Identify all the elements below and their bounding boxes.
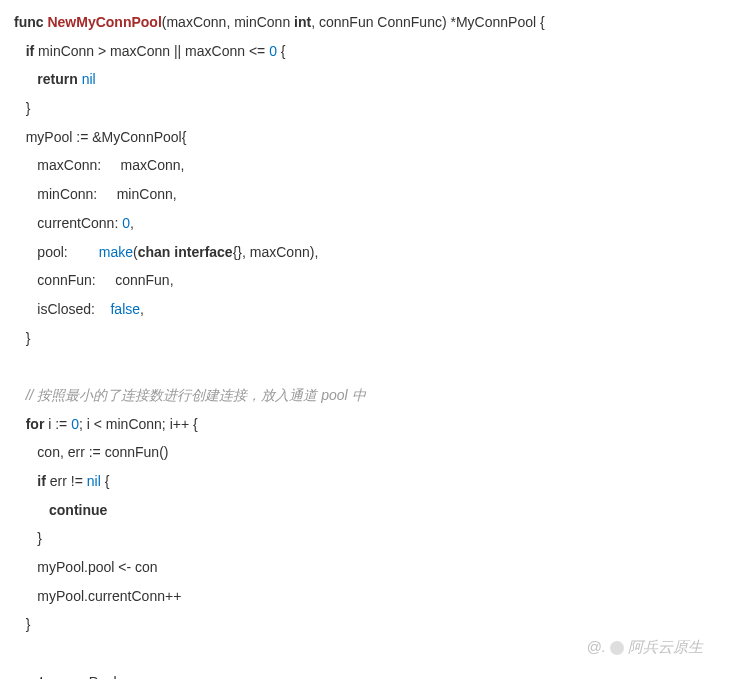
code-line bbox=[14, 352, 719, 381]
code-token: myPool.currentConn++ bbox=[37, 588, 181, 604]
code-token: for bbox=[26, 416, 45, 432]
code-token: NewMyConnPool bbox=[47, 14, 161, 30]
code-line: minConn: minConn, bbox=[14, 180, 719, 209]
code-line: currentConn: 0, bbox=[14, 209, 719, 238]
code-token: (maxConn, minConn bbox=[162, 14, 294, 30]
code-token bbox=[14, 645, 18, 661]
code-token: myPool := &MyConnPool{ bbox=[26, 129, 187, 145]
code-token: { bbox=[101, 473, 110, 489]
watermark: @. 阿兵云原生 bbox=[587, 632, 703, 663]
code-token: make bbox=[99, 244, 133, 260]
code-line: return nil bbox=[14, 65, 719, 94]
code-token: , connFun ConnFunc) *MyConnPool { bbox=[311, 14, 544, 30]
code-line: if minConn > maxConn || maxConn <= 0 { bbox=[14, 37, 719, 66]
code-token: pool: bbox=[37, 244, 98, 260]
code-token: continue bbox=[49, 502, 107, 518]
code-token: connFun: connFun, bbox=[37, 272, 173, 288]
code-token: // 按照最小的了连接数进行创建连接，放入通道 pool 中 bbox=[26, 387, 366, 403]
code-token: nil bbox=[82, 71, 96, 87]
code-token: myPool.pool <- con bbox=[37, 559, 157, 575]
code-token: {}, maxConn), bbox=[233, 244, 319, 260]
watermark-text: 阿兵云原生 bbox=[628, 632, 703, 663]
code-token: { bbox=[277, 43, 286, 59]
code-token: if bbox=[37, 473, 46, 489]
code-token: maxConn: maxConn, bbox=[37, 157, 184, 173]
code-token: nil bbox=[87, 473, 101, 489]
code-token: con, err := connFun() bbox=[37, 444, 168, 460]
code-token: currentConn: bbox=[37, 215, 122, 231]
code-line: } bbox=[14, 94, 719, 123]
code-token: ; i < minConn; i++ { bbox=[79, 416, 198, 432]
code-token: , bbox=[130, 215, 134, 231]
code-token: if bbox=[26, 43, 35, 59]
code-token: minConn > maxConn || maxConn <= bbox=[34, 43, 269, 59]
code-line: for i := 0; i < minConn; i++ { bbox=[14, 410, 719, 439]
code-line: connFun: connFun, bbox=[14, 266, 719, 295]
code-token: minConn: minConn, bbox=[37, 186, 176, 202]
code-line: pool: make(chan interface{}, maxConn), bbox=[14, 238, 719, 267]
code-line: } bbox=[14, 524, 719, 553]
code-line: if err != nil { bbox=[14, 467, 719, 496]
code-line: // 按照最小的了连接数进行创建连接，放入通道 pool 中 bbox=[14, 381, 719, 410]
code-token: } bbox=[26, 616, 31, 632]
code-line: } bbox=[14, 324, 719, 353]
code-line: con, err := connFun() bbox=[14, 438, 719, 467]
watermark-prefix: @. bbox=[587, 632, 606, 663]
code-line: myPool.currentConn++ bbox=[14, 582, 719, 611]
code-line: maxConn: maxConn, bbox=[14, 151, 719, 180]
code-line: myPool := &MyConnPool{ bbox=[14, 123, 719, 152]
code-token bbox=[14, 358, 18, 374]
code-token: return bbox=[26, 674, 66, 679]
code-token: i := bbox=[44, 416, 71, 432]
code-line: return myPool bbox=[14, 668, 719, 679]
code-block: func NewMyConnPool(maxConn, minConn int,… bbox=[14, 8, 719, 679]
code-token: err != bbox=[46, 473, 87, 489]
code-token: return bbox=[37, 71, 81, 87]
code-token: } bbox=[26, 330, 31, 346]
code-token: func bbox=[14, 14, 47, 30]
code-token: chan interface bbox=[138, 244, 233, 260]
code-token: } bbox=[37, 530, 42, 546]
code-token: 0 bbox=[122, 215, 130, 231]
code-token: } bbox=[26, 100, 31, 116]
code-line: func NewMyConnPool(maxConn, minConn int,… bbox=[14, 8, 719, 37]
code-token: false bbox=[110, 301, 140, 317]
code-token: int bbox=[294, 14, 311, 30]
code-line: myPool.pool <- con bbox=[14, 553, 719, 582]
code-token: myPool bbox=[66, 674, 117, 679]
code-token: 0 bbox=[269, 43, 277, 59]
code-token: , bbox=[140, 301, 144, 317]
code-token: 0 bbox=[71, 416, 79, 432]
code-line: isClosed: false, bbox=[14, 295, 719, 324]
wechat-icon bbox=[610, 641, 624, 655]
code-line: continue bbox=[14, 496, 719, 525]
code-token: isClosed: bbox=[37, 301, 110, 317]
